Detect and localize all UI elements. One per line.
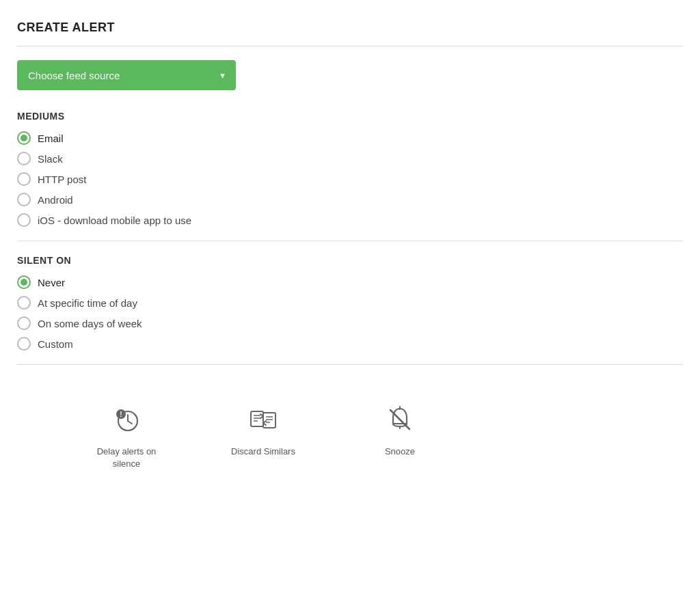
silent-divider [17, 364, 683, 365]
radio-button-specific-time[interactable] [17, 296, 31, 310]
action-snooze[interactable]: Snooze [332, 399, 468, 458]
svg-rect-5 [251, 411, 263, 426]
mediums-radio-group: Email Slack HTTP post Android iOS - down… [17, 131, 683, 227]
svg-text:!: ! [120, 411, 122, 418]
silent-specific-time-label: At specific time of day [38, 297, 137, 309]
medium-ios[interactable]: iOS - download mobile app to use [17, 213, 683, 227]
silent-on-header: SILENT ON [17, 255, 683, 266]
silent-specific-time[interactable]: At specific time of day [17, 296, 683, 310]
radio-button-android[interactable] [17, 193, 31, 206]
silent-never-label: Never [38, 277, 65, 288]
discard-similars-icon [247, 403, 280, 436]
medium-slack-label: Slack [38, 153, 63, 165]
feed-source-label: Choose feed source [28, 70, 120, 81]
chevron-down-icon: ▾ [220, 70, 225, 81]
action-discard-similars[interactable]: Discard Similars [195, 399, 332, 458]
silent-custom[interactable]: Custom [17, 337, 683, 351]
actions-row: ! Delay alerts onsilence [17, 379, 683, 477]
snooze-icon-wrap [379, 399, 420, 440]
medium-ios-label: iOS - download mobile app to use [38, 215, 191, 226]
radio-button-custom[interactable] [17, 337, 31, 351]
medium-android-label: Android [38, 194, 73, 206]
radio-button-days-of-week[interactable] [17, 316, 31, 330]
discard-similars-icon-wrap [243, 399, 284, 440]
snooze-label: Snooze [385, 446, 415, 458]
snooze-icon [383, 403, 416, 436]
svg-rect-9 [263, 413, 275, 428]
action-delay-alerts[interactable]: ! Delay alerts onsilence [58, 399, 195, 470]
silent-custom-label: Custom [38, 338, 73, 350]
silent-days-of-week[interactable]: On some days of week [17, 316, 683, 330]
delay-alerts-label: Delay alerts onsilence [97, 446, 157, 470]
svg-line-2 [128, 421, 132, 424]
medium-slack[interactable]: Slack [17, 152, 683, 165]
medium-http-post-label: HTTP post [38, 174, 86, 185]
radio-button-email[interactable] [17, 131, 31, 145]
silent-never[interactable]: Never [17, 275, 683, 289]
mediums-section: MEDIUMS Email Slack HTTP post [17, 111, 683, 227]
radio-inner-email [21, 135, 27, 141]
medium-android[interactable]: Android [17, 193, 683, 206]
medium-email[interactable]: Email [17, 131, 683, 145]
radio-button-ios[interactable] [17, 213, 31, 227]
radio-button-slack[interactable] [17, 152, 31, 165]
silent-days-of-week-label: On some days of week [38, 318, 142, 329]
title-divider [17, 46, 683, 46]
silent-on-section: SILENT ON Never At specific time of day … [17, 255, 683, 351]
page-container: CREATE ALERT Choose feed source ▾ MEDIUM… [0, 0, 700, 497]
feed-source-dropdown[interactable]: Choose feed source ▾ [17, 60, 236, 90]
discard-similars-label: Discard Similars [231, 446, 295, 458]
radio-button-never[interactable] [17, 275, 31, 289]
mediums-header: MEDIUMS [17, 111, 683, 122]
mediums-divider [17, 241, 683, 241]
silent-on-radio-group: Never At specific time of day On some da… [17, 275, 683, 351]
medium-http-post[interactable]: HTTP post [17, 172, 683, 186]
radio-button-http-post[interactable] [17, 172, 31, 186]
radio-inner-never [21, 279, 27, 286]
delay-alerts-icon: ! [110, 403, 143, 436]
delay-alerts-icon-wrap: ! [106, 399, 147, 440]
medium-email-label: Email [38, 133, 64, 144]
page-title: CREATE ALERT [17, 21, 683, 35]
